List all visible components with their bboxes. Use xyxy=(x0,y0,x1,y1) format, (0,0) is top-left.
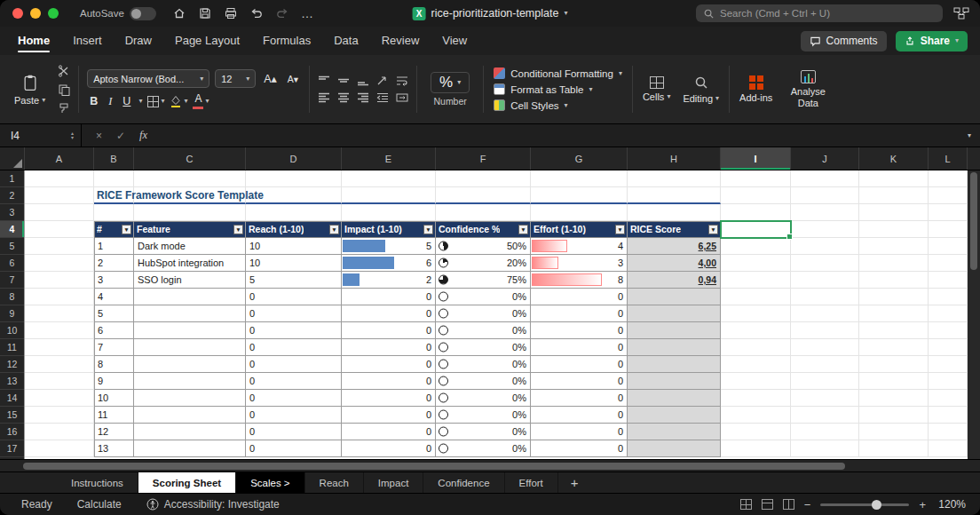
cell-K16[interactable] xyxy=(859,424,929,440)
cell-D11[interactable]: 0 xyxy=(246,339,342,356)
name-box[interactable]: I4 ▴▾ xyxy=(0,124,82,147)
cell-J16[interactable] xyxy=(791,424,859,440)
cell-F8[interactable]: 0% xyxy=(436,289,531,305)
cell-H15[interactable] xyxy=(628,407,721,424)
page-break-view-icon[interactable] xyxy=(783,499,794,510)
row-header-9[interactable]: 9 xyxy=(0,305,24,322)
cell-E14[interactable]: 0 xyxy=(342,390,436,407)
cell-B7[interactable]: 3 xyxy=(94,272,134,289)
cell-I17[interactable] xyxy=(721,440,791,457)
cell-C12[interactable] xyxy=(134,356,246,373)
font-name-select[interactable]: Aptos Narrow (Bod...▾ xyxy=(87,69,209,88)
cell-K7[interactable] xyxy=(859,272,929,289)
cell-E6[interactable]: 6 xyxy=(342,255,436,272)
decrease-font-size-button[interactable]: A▾ xyxy=(285,74,301,84)
tab-view[interactable]: View xyxy=(442,27,467,55)
comments-button[interactable]: Comments xyxy=(801,31,887,52)
cell-G9[interactable]: 0 xyxy=(531,305,628,322)
chevron-down-icon[interactable]: ▾ xyxy=(968,132,971,139)
cell-A12[interactable] xyxy=(25,356,94,373)
cell-H8[interactable] xyxy=(628,289,721,305)
cell-I15[interactable] xyxy=(721,407,791,424)
editing-button[interactable]: Editing▾ xyxy=(677,73,724,106)
cell-F17[interactable]: 0% xyxy=(436,440,531,457)
row-header-1[interactable]: 1 xyxy=(0,170,24,187)
cell-G8[interactable]: 0 xyxy=(531,289,628,305)
cell-G5[interactable]: 4 xyxy=(531,238,628,255)
cell-A7[interactable] xyxy=(25,272,94,289)
cell-H7[interactable]: 0,94 xyxy=(628,272,721,289)
cell-K12[interactable] xyxy=(859,356,929,373)
cell-E15[interactable]: 0 xyxy=(342,407,436,424)
column-header-D[interactable]: D xyxy=(246,147,342,170)
row-header-5[interactable]: 5 xyxy=(0,238,24,255)
search-input[interactable] xyxy=(720,8,936,19)
horizontal-scrollbar-thumb[interactable] xyxy=(23,463,845,470)
align-middle-icon[interactable] xyxy=(337,75,350,86)
cell-I11[interactable] xyxy=(721,339,791,356)
cell-E13[interactable]: 0 xyxy=(342,373,436,390)
cut-icon[interactable] xyxy=(58,65,70,77)
cell-F16[interactable]: 0% xyxy=(436,424,531,440)
cell-G14[interactable]: 0 xyxy=(531,390,628,407)
cell-F9[interactable]: 0% xyxy=(436,305,531,322)
cell-E5[interactable]: 5 xyxy=(342,238,436,255)
cell-A1[interactable] xyxy=(25,170,94,187)
cell-J14[interactable] xyxy=(791,390,859,407)
row-header-3[interactable]: 3 xyxy=(0,204,24,221)
cell-L6[interactable] xyxy=(929,255,968,272)
column-header-L[interactable]: L xyxy=(929,147,968,170)
cell-L2[interactable] xyxy=(929,187,968,204)
page-layout-view-icon[interactable] xyxy=(762,499,773,510)
analyse-data-button[interactable]: Analyse Data xyxy=(779,68,836,110)
format-painter-icon[interactable] xyxy=(58,102,70,115)
cell-J12[interactable] xyxy=(791,356,859,373)
cell-C11[interactable] xyxy=(134,339,246,356)
column-header-C[interactable]: C xyxy=(134,147,246,170)
vertical-scrollbar-thumb[interactable] xyxy=(970,172,977,270)
cell-B15[interactable]: 11 xyxy=(94,407,134,424)
cell-H4[interactable]: RICE Score▼ xyxy=(628,221,721,238)
cell-K15[interactable] xyxy=(859,407,929,424)
cell-J17[interactable] xyxy=(791,440,859,457)
cell-G16[interactable]: 0 xyxy=(531,424,628,440)
cell-A10[interactable] xyxy=(25,322,94,339)
bold-button[interactable]: B xyxy=(87,95,100,107)
orientation-icon[interactable] xyxy=(376,75,389,86)
cell-J11[interactable] xyxy=(791,339,859,356)
cell-I10[interactable] xyxy=(721,322,791,339)
tab-formulas[interactable]: Formulas xyxy=(263,27,311,55)
horizontal-scrollbar[interactable] xyxy=(0,459,980,471)
vertical-scrollbar[interactable] xyxy=(968,170,980,459)
cell-C15[interactable] xyxy=(134,407,246,424)
cell-I8[interactable] xyxy=(721,289,791,305)
collaboration-icon[interactable] xyxy=(953,7,969,20)
cell-I5[interactable] xyxy=(721,238,791,255)
cell-E9[interactable]: 0 xyxy=(342,305,436,322)
cell-A5[interactable] xyxy=(25,238,94,255)
row-header-7[interactable]: 7 xyxy=(0,272,24,289)
calculate-status[interactable]: Calculate xyxy=(77,498,122,511)
tab-data[interactable]: Data xyxy=(334,27,358,55)
increase-font-size-button[interactable]: A▴ xyxy=(261,72,280,85)
cell-H14[interactable] xyxy=(628,390,721,407)
column-header-B[interactable]: B xyxy=(94,147,134,170)
align-bottom-icon[interactable] xyxy=(357,75,369,86)
merge-cells-icon[interactable] xyxy=(396,92,408,103)
column-header-A[interactable]: A xyxy=(25,147,94,170)
cell-A11[interactable] xyxy=(25,339,94,356)
wrap-text-icon[interactable] xyxy=(396,75,408,86)
row-header-17[interactable]: 17 xyxy=(0,440,24,457)
cell-J1[interactable] xyxy=(791,170,859,187)
cell-A9[interactable] xyxy=(25,305,94,322)
maximize-window-button[interactable] xyxy=(48,8,59,19)
cell-L14[interactable] xyxy=(929,390,968,407)
column-header-I[interactable]: I xyxy=(721,147,791,170)
cell-D3[interactable] xyxy=(246,204,342,221)
cell-K10[interactable] xyxy=(859,322,929,339)
cell-F11[interactable]: 0% xyxy=(436,339,531,356)
cell-F6[interactable]: 20% xyxy=(436,255,531,272)
row-header-10[interactable]: 10 xyxy=(0,322,24,339)
autosave-toggle[interactable] xyxy=(130,7,156,20)
tab-home[interactable]: Home xyxy=(18,27,50,55)
